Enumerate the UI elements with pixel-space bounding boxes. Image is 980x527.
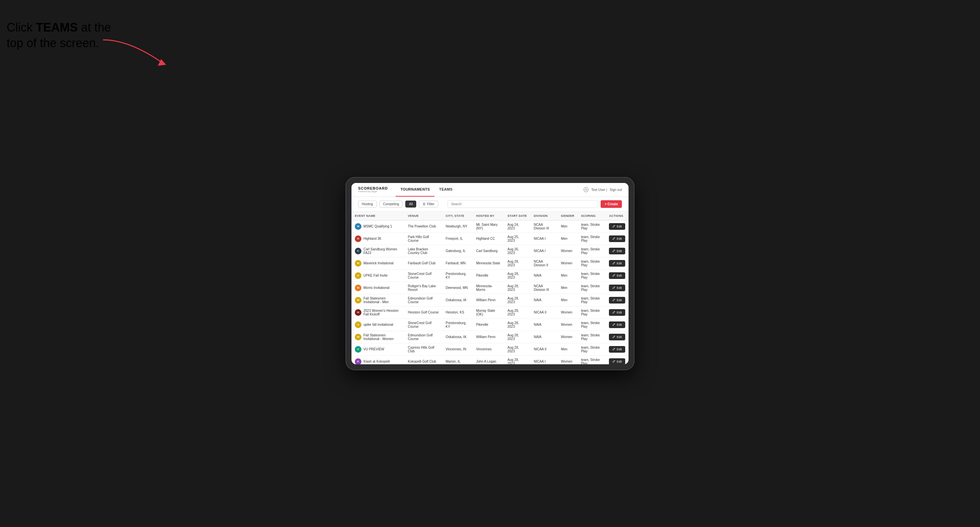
table-row: H 2023 Women's Hesston Fall Kickoff Hess…: [352, 306, 628, 319]
edit-icon: [612, 323, 616, 327]
svg-point-1: [584, 187, 588, 192]
cell-actions: Edit: [606, 331, 628, 343]
cell-venue: Park Hills Golf Course: [405, 232, 442, 245]
event-name-text: MSMC Qualifying 1: [363, 224, 392, 228]
edit-icon: [612, 224, 616, 229]
tab-tournaments[interactable]: TOURNAMENTS: [396, 183, 434, 197]
cell-actions: Edit: [606, 294, 628, 306]
search-container: [447, 200, 598, 208]
cell-venue: Lake Bracken Country Club: [405, 245, 442, 257]
edit-button[interactable]: Edit: [609, 297, 625, 303]
cell-division: NICAA II: [531, 306, 558, 319]
table-row: M Morris Invitational Ruttger's Bay Lake…: [352, 282, 628, 294]
team-logo: M: [355, 260, 361, 267]
cell-scoring: team, Stroke Play: [578, 232, 606, 245]
table-row: V VU PREVIEW Cypress Hills Golf Club Vin…: [352, 343, 628, 355]
logo-title: SCOREBOARD: [358, 187, 388, 190]
filter-icon: ☰: [423, 202, 426, 206]
cell-start-date: Aug 28, 2023: [504, 306, 531, 319]
svg-marker-0: [158, 59, 166, 66]
edit-button[interactable]: Edit: [609, 284, 625, 291]
edit-button[interactable]: Edit: [609, 334, 625, 340]
cell-city-state: Prestonsburg, KY: [442, 269, 473, 282]
cell-actions: Edit: [606, 269, 628, 282]
col-hosted-by: HOSTED BY: [473, 211, 504, 221]
search-input[interactable]: [447, 200, 598, 208]
cell-scoring: team, Stroke Play: [578, 269, 606, 282]
nav-tabs: TOURNAMENTS TEAMS: [396, 183, 583, 197]
table-row: M Maverick Invitational Faribault Golf C…: [352, 257, 628, 269]
cell-start-date: Aug 28, 2023: [504, 269, 531, 282]
table-row: U upike fall invitational StoneCrest Gol…: [352, 319, 628, 331]
cell-gender: Men: [558, 269, 578, 282]
cell-city-state: Marion, IL: [442, 355, 473, 364]
cell-division: NICAA II: [531, 343, 558, 355]
cell-division: NAIA: [531, 319, 558, 331]
edit-button[interactable]: Edit: [609, 260, 625, 267]
cell-event-name: C Carl Sandburg Women FA23: [352, 245, 405, 257]
table-row: C Carl Sandburg Women FA23 Lake Bracken …: [352, 245, 628, 257]
cell-event-name: M Morris Invitational: [352, 282, 405, 294]
cell-division: NAIA: [531, 294, 558, 306]
team-logo: W: [355, 297, 361, 303]
col-division: DIVISION: [531, 211, 558, 221]
cell-start-date: Aug 24, 2023: [504, 220, 531, 232]
cell-actions: Edit: [606, 319, 628, 331]
edit-button[interactable]: Edit: [609, 235, 625, 242]
hosting-filter-btn[interactable]: Hosting: [358, 201, 377, 208]
cell-city-state: Faribault, MN: [442, 257, 473, 269]
edit-button[interactable]: Edit: [609, 248, 625, 254]
create-tournament-btn[interactable]: + Create: [601, 200, 622, 208]
cell-division: NICAA I: [531, 232, 558, 245]
cell-event-name: H 2023 Women's Hesston Fall Kickoff: [352, 306, 405, 319]
all-filter-btn[interactable]: All: [405, 201, 416, 208]
sign-out-link[interactable]: Sign out: [609, 188, 622, 192]
cell-actions: Edit: [606, 232, 628, 245]
nav-bar: SCOREBOARD Powered by clippit TOURNAMENT…: [352, 183, 628, 197]
cell-venue: StoneCrest Golf Course: [405, 269, 442, 282]
competing-filter-btn[interactable]: Competing: [379, 201, 402, 208]
cell-gender: Men: [558, 220, 578, 232]
tablet-frame: SCOREBOARD Powered by clippit TOURNAMENT…: [345, 177, 635, 370]
cell-start-date: Aug 28, 2023: [504, 355, 531, 364]
table-row: W Fall Statesmen Invitational - Women Ed…: [352, 331, 628, 343]
table-row: H Highland 36 Park Hills Golf Course Fre…: [352, 232, 628, 245]
logo-subtitle: Powered by clippit: [358, 190, 388, 193]
edit-button[interactable]: Edit: [609, 346, 625, 352]
cell-event-name: W Fall Statesmen Invitational - Women: [352, 331, 405, 343]
edit-button[interactable]: Edit: [609, 223, 625, 230]
table-row: W Fall Statesmen Invitational - Men Edmu…: [352, 294, 628, 306]
cell-hosted-by: Minnesota-Morris: [473, 282, 504, 294]
cell-gender: Women: [558, 306, 578, 319]
cell-event-name: U UPKE Fall Invite: [352, 269, 405, 282]
team-logo: W: [355, 334, 361, 340]
edit-button[interactable]: Edit: [609, 272, 625, 279]
settings-icon[interactable]: [583, 187, 589, 192]
cell-scoring: team, Stroke Play: [578, 257, 606, 269]
edit-button[interactable]: Edit: [609, 358, 625, 364]
cell-venue: Edmundson Golf Course: [405, 294, 442, 306]
cell-gender: Men: [558, 232, 578, 245]
cell-event-name: M Maverick Invitational: [352, 257, 405, 269]
cell-start-date: Aug 28, 2023: [504, 331, 531, 343]
cell-start-date: Aug 28, 2023: [504, 319, 531, 331]
edit-icon: [612, 286, 616, 290]
tab-teams[interactable]: TEAMS: [434, 183, 457, 197]
cell-scoring: team, Stroke Play: [578, 319, 606, 331]
cell-gender: Men: [558, 282, 578, 294]
tablet-screen: SCOREBOARD Powered by clippit TOURNAMENT…: [352, 183, 628, 364]
cell-division: NCAA Division III: [531, 220, 558, 232]
event-name-text: upike fall invitational: [363, 323, 393, 326]
edit-button[interactable]: Edit: [609, 321, 625, 328]
cell-hosted-by: Vincennes: [473, 343, 504, 355]
event-name-text: Maverick Invitational: [363, 261, 394, 265]
col-gender: GENDER: [558, 211, 578, 221]
event-name-text: Highland 36: [363, 237, 381, 240]
event-name-text: UPKE Fall Invite: [363, 274, 388, 277]
cell-hosted-by: Pikeville: [473, 319, 504, 331]
filter-options-btn[interactable]: ☰ Filter: [419, 201, 438, 208]
cell-hosted-by: William Penn: [473, 294, 504, 306]
cell-city-state: Vincennes, IN: [442, 343, 473, 355]
edit-button[interactable]: Edit: [609, 309, 625, 316]
cell-gender: Women: [558, 245, 578, 257]
